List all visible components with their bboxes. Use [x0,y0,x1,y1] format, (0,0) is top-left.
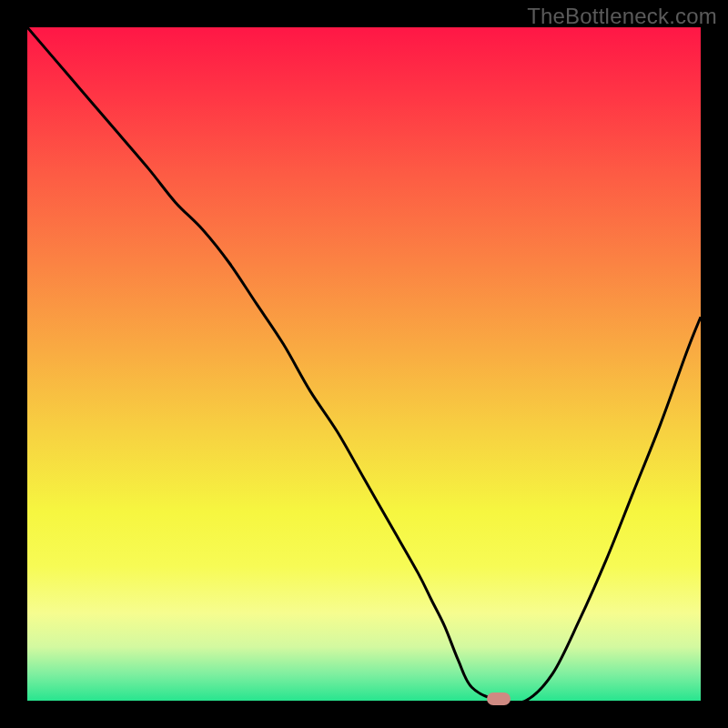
gradient-background [27,27,701,701]
plot-area [27,27,701,701]
chart-frame: TheBottleneck.com [0,0,728,728]
plot-svg [27,27,701,701]
optimal-marker [487,693,511,705]
watermark-text: TheBottleneck.com [527,4,717,29]
